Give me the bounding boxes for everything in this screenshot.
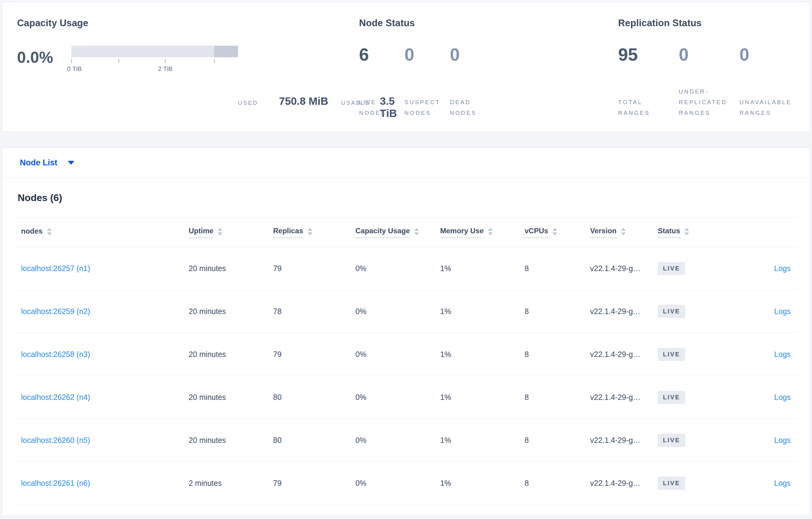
node-list-dropdown[interactable]: Node List: [20, 158, 75, 167]
axis-tick: [214, 59, 214, 63]
capacity-usage-title: Capacity Usage: [17, 18, 359, 29]
memory-use-cell: 1%: [440, 264, 525, 273]
uptime-cell: 20 minutes: [189, 264, 273, 273]
version-cell: v22.1.4-29-g…: [590, 479, 658, 488]
capacity-bar-reserved-segment: [214, 46, 238, 57]
replicas-cell: 78: [273, 307, 355, 316]
status-badge: LIVE: [658, 434, 685, 447]
node-link[interactable]: localhost:26262 (n4): [21, 393, 90, 401]
logs-cell: Logs: [747, 393, 798, 402]
live-nodes-metric: 6 LIVE NODES: [359, 46, 404, 119]
capacity-usage-cell: 0%: [355, 436, 440, 445]
column-header-capacity-usage[interactable]: Capacity Usage: [355, 226, 440, 238]
dead-nodes-value: 0: [450, 46, 495, 63]
node-link[interactable]: localhost:26261 (n6): [21, 479, 90, 487]
node-address-cell: localhost:26258 (n3): [15, 350, 189, 359]
node-list-dropdown-strip: Node List: [2, 148, 810, 178]
status-cell: LIVE: [658, 348, 747, 361]
vcpus-cell: 8: [525, 479, 590, 488]
axis-tick: [119, 59, 119, 63]
logs-link[interactable]: Logs: [774, 393, 791, 401]
vcpus-cell: 8: [525, 436, 590, 445]
logs-cell: Logs: [747, 350, 798, 359]
capacity-usage-cell: 0%: [355, 307, 440, 316]
dead-nodes-label: DEAD NODES: [450, 97, 487, 119]
table-row: localhost:26260 (n5) 20 minutes 80 0% 1%…: [15, 419, 798, 462]
capacity-bar: [71, 46, 238, 57]
logs-link[interactable]: Logs: [774, 264, 791, 273]
node-status-body: 6 LIVE NODES 0 SUSPECT NODES 0 DEAD NODE…: [359, 46, 618, 119]
sort-icon[interactable]: [488, 228, 493, 236]
sort-icon[interactable]: [308, 228, 313, 236]
sort-icon[interactable]: [47, 228, 52, 236]
capacity-usage-cell: 0%: [355, 393, 440, 402]
logs-cell: Logs: [747, 479, 798, 488]
capacity-usage-section: Capacity Usage 0.0% 0 TiB 2 TiB USED: [17, 18, 359, 119]
vcpus-cell: 8: [525, 350, 590, 359]
column-header-status[interactable]: Status: [658, 226, 747, 238]
node-link[interactable]: localhost:26259 (n2): [21, 307, 90, 315]
node-address-cell: localhost:26261 (n6): [15, 479, 189, 488]
replicas-cell: 79: [273, 264, 355, 273]
replication-status-title: Replication Status: [618, 18, 810, 29]
node-address-cell: localhost:26260 (n5): [15, 436, 189, 445]
column-header-nodes[interactable]: nodes: [15, 227, 189, 238]
logs-link[interactable]: Logs: [774, 307, 791, 315]
sort-icon[interactable]: [218, 228, 223, 236]
live-nodes-label: LIVE NODES: [359, 97, 396, 119]
column-header-label: Version: [590, 226, 617, 238]
under-replicated-ranges-value: 0: [679, 46, 740, 63]
nodes-table-header: nodes Uptime Replicas Capacity Usage Mem…: [15, 217, 798, 247]
column-header-label: Uptime: [189, 226, 213, 238]
vcpus-cell: 8: [525, 393, 590, 402]
column-header-label: nodes: [21, 227, 43, 238]
uptime-cell: 20 minutes: [189, 393, 273, 402]
sort-icon[interactable]: [552, 228, 557, 236]
uptime-cell: 20 minutes: [189, 307, 273, 316]
capacity-usage-cell: 0%: [355, 264, 440, 273]
node-link[interactable]: localhost:26258 (n3): [21, 350, 90, 359]
capacity-usage-chart-row: 0.0% 0 TiB 2 TiB: [17, 46, 238, 119]
logs-cell: Logs: [747, 436, 798, 445]
node-address-cell: localhost:26259 (n2): [15, 307, 189, 316]
suspect-nodes-metric: 0 SUSPECT NODES: [404, 46, 450, 119]
node-list-dropdown-label: Node List: [20, 158, 57, 167]
node-link[interactable]: localhost:26257 (n1): [21, 264, 90, 273]
sort-icon[interactable]: [684, 228, 689, 236]
logs-cell: Logs: [747, 264, 798, 273]
table-row: localhost:26261 (n6) 2 minutes 79 0% 1% …: [15, 462, 798, 505]
logs-link[interactable]: Logs: [774, 436, 791, 445]
status-cell: LIVE: [658, 477, 747, 490]
replicas-cell: 79: [273, 479, 355, 488]
replication-status-section: Replication Status 95 TOTAL RANGES 0 UND…: [618, 18, 810, 119]
column-header-version[interactable]: Version: [590, 226, 658, 238]
axis-tick: [165, 59, 166, 63]
live-nodes-value: 6: [359, 46, 404, 63]
cluster-summary-card: Capacity Usage 0.0% 0 TiB 2 TiB USED: [2, 2, 810, 132]
column-header-uptime[interactable]: Uptime: [189, 226, 273, 238]
total-ranges-metric: 95 TOTAL RANGES: [618, 46, 679, 119]
column-header-replicas[interactable]: Replicas: [273, 226, 355, 238]
node-link[interactable]: localhost:26260 (n5): [21, 436, 90, 445]
axis-tick: [71, 59, 72, 63]
capacity-usage-body: 0.0% 0 TiB 2 TiB USED 750.8 MiB USABLE: [17, 46, 359, 119]
used-label: USED: [238, 100, 279, 106]
vcpus-cell: 8: [525, 264, 590, 273]
capacity-usage-cell: 0%: [355, 350, 440, 359]
nodes-heading: Nodes (6): [18, 192, 62, 204]
under-replicated-ranges-label: UNDER-REPLICATED RANGES: [679, 86, 732, 119]
version-cell: v22.1.4-29-g…: [590, 264, 658, 273]
logs-link[interactable]: Logs: [774, 350, 791, 359]
logs-link[interactable]: Logs: [774, 479, 791, 487]
sort-icon[interactable]: [414, 228, 419, 236]
unavailable-ranges-label: UNAVAILABLE RANGES: [740, 97, 801, 119]
sort-icon[interactable]: [621, 228, 626, 236]
logs-cell: Logs: [747, 307, 798, 316]
memory-use-cell: 1%: [440, 436, 525, 445]
column-header-vcpus[interactable]: vCPUs: [525, 226, 590, 238]
version-cell: v22.1.4-29-g…: [590, 307, 658, 316]
nodes-heading-wrap: Nodes (6): [2, 178, 810, 217]
unavailable-ranges-value: 0: [740, 46, 810, 63]
column-header-memory-use[interactable]: Memory Use: [440, 226, 525, 238]
memory-use-cell: 1%: [440, 307, 525, 316]
